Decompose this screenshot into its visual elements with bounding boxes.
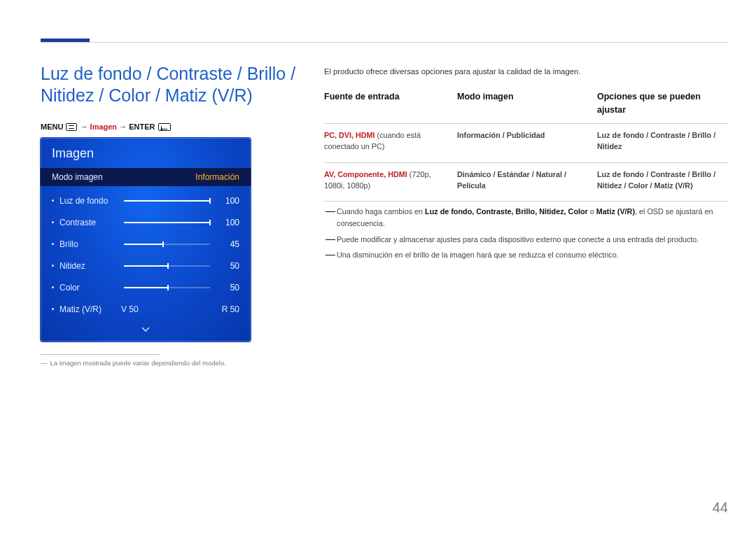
table-cell-source: PC, DVI, HDMI (cuando está conectado un … bbox=[324, 124, 457, 162]
osd-row-label: Luz de fondo bbox=[59, 196, 121, 206]
intro-text: El producto ofrece diversas opciones par… bbox=[324, 66, 728, 78]
breadcrumb-menu: MENU bbox=[41, 122, 63, 131]
osd-row-value: 45 bbox=[213, 239, 239, 249]
dash-icon: ― bbox=[324, 249, 337, 261]
osd-slider-fill bbox=[124, 244, 162, 245]
breadcrumb-arrow-1: → bbox=[80, 122, 88, 131]
osd-mode-row[interactable]: Modo imagen Información bbox=[41, 168, 251, 186]
osd-panel: Imagen Modo imagen Información Luz de fo… bbox=[41, 138, 251, 342]
table-header: Modo imagen bbox=[457, 90, 597, 124]
top-rule bbox=[41, 42, 728, 43]
osd-row-contraste[interactable]: Contraste 100 bbox=[52, 212, 239, 234]
notes-list: ― Cuando haga cambios en Luz de fondo, C… bbox=[324, 206, 728, 261]
osd-slider[interactable] bbox=[124, 200, 210, 202]
osd-slider-handle[interactable] bbox=[167, 285, 169, 290]
note-item: ― Cuando haga cambios en Luz de fondo, C… bbox=[324, 206, 728, 229]
osd-row-brillo[interactable]: Brillo 45 bbox=[52, 234, 239, 255]
osd-row-label: Matiz (V/R) bbox=[59, 304, 121, 314]
bold-terms: Luz de fondo, Contraste, Brillo, Nitidez… bbox=[425, 207, 588, 216]
footnote-separator bbox=[41, 354, 160, 355]
osd-slider-list: Luz de fondo 100 Contraste 100 bbox=[52, 186, 239, 322]
right-column: El producto ofrece diversas opciones par… bbox=[324, 63, 728, 367]
osd-row-value: 100 bbox=[213, 218, 239, 227]
table-header-row: Fuente de entrada Modo imagen Opciones q… bbox=[324, 90, 728, 124]
bullet-icon bbox=[52, 243, 54, 245]
table-cell-options: Luz de fondo / Contraste / Brillo / Niti… bbox=[597, 163, 728, 202]
options-table: Fuente de entrada Modo imagen Opciones q… bbox=[324, 90, 728, 202]
note-text: Una disminución en el brillo de la image… bbox=[337, 249, 619, 261]
osd-slider-fill bbox=[124, 222, 210, 223]
page-number: 44 bbox=[713, 500, 728, 516]
osd-mode-label: Modo imagen bbox=[52, 172, 103, 182]
page-body: Luz de fondo / Contraste / Brillo / Niti… bbox=[0, 0, 756, 367]
breadcrumb-section: Imagen bbox=[90, 122, 118, 131]
page-title: Luz de fondo / Contraste / Brillo / Niti… bbox=[41, 63, 296, 107]
osd-slider-handle[interactable] bbox=[167, 263, 169, 269]
osd-slider-fill bbox=[124, 287, 167, 288]
osd-title: Imagen bbox=[52, 146, 239, 161]
osd-row-value: 50 bbox=[213, 283, 239, 293]
osd-matiz-left: V 50 bbox=[121, 304, 139, 314]
table-row: AV, Componente, HDMI (720p, 1080i, 1080p… bbox=[324, 163, 728, 202]
osd-row-value: 100 bbox=[213, 196, 239, 206]
table-rule bbox=[324, 202, 728, 202]
osd-slider-fill bbox=[124, 200, 210, 202]
bullet-icon bbox=[52, 221, 54, 223]
table-cell-mode: Información / Publicidad bbox=[457, 124, 597, 162]
osd-row-label: Color bbox=[59, 283, 121, 293]
table-row: PC, DVI, HDMI (cuando está conectado un … bbox=[324, 124, 728, 162]
osd-row-luz-de-fondo[interactable]: Luz de fondo 100 bbox=[52, 190, 239, 212]
dash-icon: ― bbox=[324, 234, 337, 246]
menu-icon bbox=[66, 123, 77, 131]
osd-slider[interactable] bbox=[124, 222, 210, 223]
bullet-icon bbox=[52, 286, 54, 288]
left-column: Luz de fondo / Contraste / Brillo / Niti… bbox=[41, 63, 296, 367]
osd-matiz-right: R 50 bbox=[222, 304, 239, 314]
dash-icon: ― bbox=[324, 206, 337, 229]
osd-row-label: Nitidez bbox=[59, 261, 121, 271]
breadcrumb-enter: ENTER bbox=[129, 122, 155, 131]
osd-down-button[interactable] bbox=[52, 325, 239, 335]
osd-row-label: Brillo bbox=[59, 239, 121, 249]
note-text: Cuando haga cambios en Luz de fondo, Con… bbox=[337, 206, 728, 229]
note-item: ― Puede modificar y almacenar ajustes pa… bbox=[324, 234, 728, 246]
table-cell-options: Luz de fondo / Contraste / Brillo / Niti… bbox=[597, 124, 728, 162]
osd-slider-handle[interactable] bbox=[209, 198, 211, 204]
footnote-text: La imagen mostrada puede variar dependie… bbox=[50, 359, 226, 367]
osd-slider-fill bbox=[124, 265, 167, 267]
footnote: ―La imagen mostrada puede variar dependi… bbox=[41, 359, 296, 367]
osd-row-nitidez[interactable]: Nitidez 50 bbox=[52, 255, 239, 277]
enter-icon bbox=[158, 123, 171, 131]
osd-slider[interactable] bbox=[124, 244, 210, 245]
table-cell-source: AV, Componente, HDMI (720p, 1080i, 1080p… bbox=[324, 163, 457, 202]
dash-icon: ― bbox=[41, 359, 48, 367]
red-bold: AV, Componente, HDMI bbox=[324, 170, 407, 178]
table-cell-mode: Dinámico / Estándar / Natural / Película bbox=[457, 163, 597, 202]
osd-row-color[interactable]: Color 50 bbox=[52, 277, 239, 299]
osd-slider-handle[interactable] bbox=[209, 220, 211, 225]
osd-row-label: Contraste bbox=[59, 218, 121, 227]
bullet-icon bbox=[52, 265, 54, 267]
breadcrumb: MENU → Imagen → ENTER bbox=[41, 122, 296, 131]
osd-mode-value: Información bbox=[195, 172, 239, 182]
bold-terms: Matiz (V/R) bbox=[596, 207, 635, 216]
table-header: Opciones que se pueden ajustar bbox=[597, 90, 728, 124]
osd-row-value: 50 bbox=[213, 261, 239, 271]
osd-row-matiz[interactable]: Matiz (V/R) V 50 R 50 bbox=[52, 299, 239, 321]
table-header: Fuente de entrada bbox=[324, 90, 457, 124]
chevron-down-icon bbox=[141, 327, 150, 332]
note-text: Puede modificar y almacenar ajustes para… bbox=[337, 234, 699, 246]
osd-slider[interactable] bbox=[124, 265, 210, 267]
note-item: ― Una disminución en el brillo de la ima… bbox=[324, 249, 728, 261]
bullet-icon bbox=[52, 308, 54, 310]
osd-slider[interactable] bbox=[124, 287, 210, 288]
osd-slider-handle[interactable] bbox=[162, 241, 164, 247]
bullet-icon bbox=[52, 199, 54, 202]
breadcrumb-arrow-2: → bbox=[119, 122, 127, 131]
red-bold: PC, DVI, HDMI bbox=[324, 131, 375, 139]
